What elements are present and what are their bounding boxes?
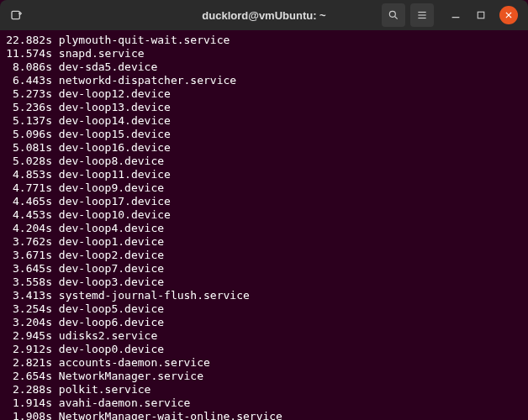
time-value: 2.288s bbox=[5, 383, 52, 396]
output-line: 4.453s dev-loop10.device bbox=[5, 208, 523, 222]
svg-line-4 bbox=[395, 17, 398, 19]
service-name: dev-loop5.device bbox=[59, 302, 164, 315]
window-controls bbox=[449, 6, 518, 24]
output-line: 1.914s avahi-daemon.service bbox=[5, 396, 523, 410]
output-line: 2.912s dev-loop0.device bbox=[5, 343, 523, 356]
output-line: 3.762s dev-loop1.device bbox=[5, 235, 523, 249]
time-value: 5.236s bbox=[5, 101, 52, 114]
output-line: 3.671s dev-loop2.device bbox=[5, 249, 523, 262]
output-line: 2.821s accounts-daemon.service bbox=[5, 356, 523, 370]
minimize-icon bbox=[450, 9, 462, 21]
window-titlebar: ducklord@vmUbuntu: ~ bbox=[0, 0, 528, 30]
time-value: 4.204s bbox=[5, 222, 52, 235]
minimize-button[interactable] bbox=[449, 8, 462, 22]
service-name: snapd.service bbox=[59, 47, 145, 60]
service-name: dev-loop15.device bbox=[59, 128, 171, 140]
time-value: 6.443s bbox=[5, 74, 52, 87]
service-name: dev-loop8.device bbox=[59, 155, 164, 167]
menu-button[interactable] bbox=[410, 3, 434, 27]
output-line: 1.908s NetworkManager-wait-online.servic… bbox=[5, 410, 523, 420]
time-value: 5.028s bbox=[5, 155, 52, 168]
service-name: avahi-daemon.service bbox=[59, 396, 191, 409]
time-value: 1.914s bbox=[5, 396, 52, 410]
time-value: 4.771s bbox=[5, 181, 52, 195]
time-value: 5.137s bbox=[5, 114, 52, 128]
service-name: dev-loop7.device bbox=[59, 262, 164, 275]
svg-point-3 bbox=[389, 11, 395, 17]
close-button[interactable] bbox=[499, 6, 518, 24]
service-name: dev-loop4.device bbox=[59, 222, 164, 234]
hamburger-icon bbox=[416, 9, 428, 21]
service-name: dev-loop0.device bbox=[59, 343, 164, 355]
titlebar-left bbox=[7, 5, 27, 25]
service-name: plymouth-quit-wait.service bbox=[59, 34, 230, 46]
service-name: dev-loop14.device bbox=[59, 114, 171, 127]
service-name: dev-loop3.device bbox=[59, 276, 164, 288]
search-button[interactable] bbox=[382, 3, 405, 27]
output-line: 2.654s NetworkManager.service bbox=[5, 370, 523, 383]
time-value: 3.645s bbox=[5, 262, 52, 276]
time-value: 2.654s bbox=[5, 370, 52, 383]
time-value: 11.574s bbox=[5, 47, 52, 60]
output-line: 2.945s udisks2.service bbox=[5, 329, 523, 343]
new-tab-button[interactable] bbox=[7, 5, 27, 25]
output-line: 4.853s dev-loop11.device bbox=[5, 168, 523, 181]
time-value: 8.086s bbox=[5, 60, 52, 74]
output-line: 5.028s dev-loop8.device bbox=[5, 155, 523, 168]
terminal-output[interactable]: 22.882s plymouth-quit-wait.service11.574… bbox=[0, 30, 528, 420]
time-value: 1.908s bbox=[5, 410, 52, 420]
service-name: dev-loop1.device bbox=[59, 235, 164, 248]
output-line: 4.771s dev-loop9.device bbox=[5, 181, 523, 195]
output-line: 3.558s dev-loop3.device bbox=[5, 276, 523, 289]
close-icon bbox=[504, 11, 513, 19]
time-value: 3.762s bbox=[5, 235, 52, 249]
output-line: 4.465s dev-loop17.device bbox=[5, 195, 523, 208]
service-name: dev-loop6.device bbox=[59, 316, 164, 328]
output-line: 5.273s dev-loop12.device bbox=[5, 87, 523, 101]
svg-rect-9 bbox=[478, 12, 484, 18]
output-line: 5.096s dev-loop15.device bbox=[5, 128, 523, 141]
time-value: 3.254s bbox=[5, 302, 52, 316]
output-line: 4.204s dev-loop4.device bbox=[5, 222, 523, 235]
service-name: dev-sda5.device bbox=[59, 60, 157, 73]
service-name: dev-loop17.device bbox=[59, 195, 171, 207]
output-line: 2.288s polkit.service bbox=[5, 383, 523, 396]
service-name: NetworkManager-wait-online.service bbox=[59, 410, 282, 420]
output-line: 8.086s dev-sda5.device bbox=[5, 60, 523, 74]
time-value: 3.558s bbox=[5, 276, 52, 289]
output-line: 6.443s networkd-dispatcher.service bbox=[5, 74, 523, 87]
output-line: 5.081s dev-loop16.device bbox=[5, 141, 523, 155]
service-name: dev-loop2.device bbox=[59, 249, 164, 261]
output-line: 3.204s dev-loop6.device bbox=[5, 316, 523, 329]
time-value: 4.465s bbox=[5, 195, 52, 208]
service-name: accounts-daemon.service bbox=[59, 356, 210, 369]
service-name: dev-loop9.device bbox=[59, 181, 164, 194]
time-value: 3.671s bbox=[5, 249, 52, 262]
time-value: 4.853s bbox=[5, 168, 52, 181]
maximize-icon bbox=[476, 10, 486, 20]
output-line: 11.574s snapd.service bbox=[5, 47, 523, 60]
time-value: 4.453s bbox=[5, 208, 52, 222]
service-name: dev-loop12.device bbox=[59, 87, 171, 100]
window-title: ducklord@vmUbuntu: ~ bbox=[202, 9, 325, 22]
time-value: 5.096s bbox=[5, 128, 52, 141]
time-value: 3.413s bbox=[5, 289, 52, 302]
service-name: dev-loop13.device bbox=[59, 101, 171, 113]
maximize-button[interactable] bbox=[474, 8, 488, 22]
time-value: 5.081s bbox=[5, 141, 52, 155]
time-value: 2.945s bbox=[5, 329, 52, 343]
output-line: 3.413s systemd-journal-flush.service bbox=[5, 289, 523, 302]
output-line: 22.882s plymouth-quit-wait.service bbox=[5, 34, 523, 47]
service-name: NetworkManager.service bbox=[59, 370, 203, 382]
time-value: 2.912s bbox=[5, 343, 52, 356]
output-line: 5.137s dev-loop14.device bbox=[5, 114, 523, 128]
service-name: polkit.service bbox=[59, 383, 151, 396]
new-tab-icon bbox=[10, 8, 24, 22]
time-value: 2.821s bbox=[5, 356, 52, 370]
output-line: 3.645s dev-loop7.device bbox=[5, 262, 523, 276]
output-line: 5.236s dev-loop13.device bbox=[5, 101, 523, 114]
time-value: 3.204s bbox=[5, 316, 52, 329]
service-name: systemd-journal-flush.service bbox=[59, 289, 250, 302]
svg-rect-0 bbox=[12, 11, 19, 18]
service-name: dev-loop16.device bbox=[59, 141, 171, 154]
